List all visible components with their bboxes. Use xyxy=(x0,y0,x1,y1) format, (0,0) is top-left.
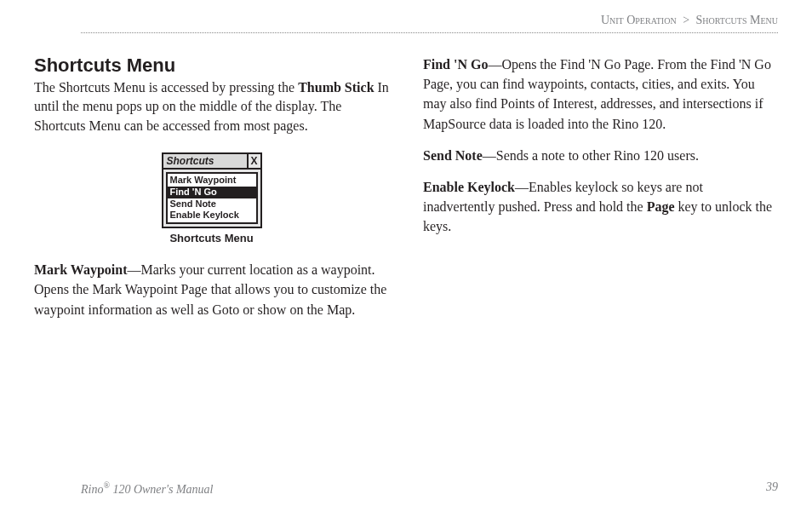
def-mark-waypoint: Mark Waypoint—Marks your current locatio… xyxy=(34,260,389,319)
header-divider xyxy=(81,32,778,33)
breadcrumb-section: Unit Operation xyxy=(601,14,677,26)
figure-caption: Shortcuts Menu xyxy=(34,232,389,244)
footer: Rino® 120 Owner's Manual 39 xyxy=(81,480,778,497)
footer-product: Rino® 120 Owner's Manual xyxy=(81,480,214,497)
breadcrumb-page: Shortcuts Menu xyxy=(696,14,778,26)
menu-items: Mark Waypoint Find 'N Go Send Note Enabl… xyxy=(166,172,258,224)
def-enable-keylock: Enable Keylock—Enables keylock so keys a… xyxy=(423,177,778,237)
right-column: Find 'N Go—Opens the Find 'N Go Page. Fr… xyxy=(423,55,778,331)
menu-item-find-n-go: Find 'N Go xyxy=(168,187,256,198)
page-title: Shortcuts Menu xyxy=(34,55,389,77)
menu-item-mark-waypoint: Mark Waypoint xyxy=(168,175,256,187)
intro-paragraph: The Shortcuts Menu is accessed by pressi… xyxy=(34,78,389,135)
menu-title: Shortcuts xyxy=(163,154,247,168)
close-icon: X xyxy=(247,154,260,168)
breadcrumb: Unit Operation > Shortcuts Menu xyxy=(601,14,778,27)
menu-titlebar: Shortcuts X xyxy=(163,154,260,170)
page-number: 39 xyxy=(766,480,778,497)
menu-item-enable-keylock: Enable Keylock xyxy=(168,210,256,221)
def-send-note: Send Note—Sends a note to other Rino 120… xyxy=(423,146,778,165)
menu-item-send-note: Send Note xyxy=(168,198,256,210)
shortcuts-menu-box: Shortcuts X Mark Waypoint Find 'N Go Sen… xyxy=(162,152,262,228)
left-column: Shortcuts Menu The Shortcuts Menu is acc… xyxy=(34,55,389,331)
def-find-n-go: Find 'N Go—Opens the Find 'N Go Page. Fr… xyxy=(423,55,778,134)
shortcuts-figure: Shortcuts X Mark Waypoint Find 'N Go Sen… xyxy=(34,152,389,244)
breadcrumb-sep: > xyxy=(683,14,689,26)
